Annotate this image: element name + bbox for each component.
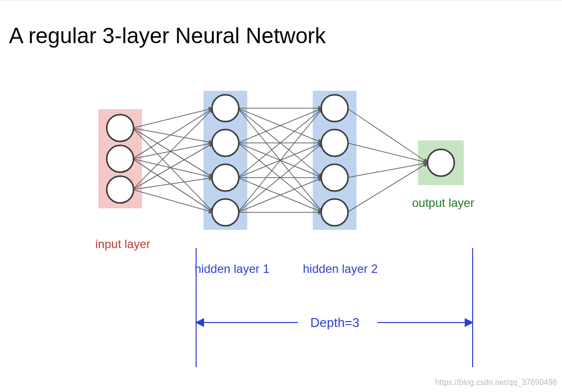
hidden2-node: [321, 164, 348, 191]
hidden2-node: [321, 95, 348, 122]
input-node: [107, 176, 134, 203]
svg-line-10: [133, 178, 213, 190]
input-layer-label: input layer: [95, 237, 150, 251]
output-nodes: [427, 149, 454, 176]
input-node: [107, 145, 134, 172]
hidden1-node: [212, 130, 239, 156]
watermark: https://blog.csdn.net/qq_37690498: [435, 378, 557, 387]
output-layer-label: output layer: [412, 196, 474, 210]
hidden1-node: [212, 95, 239, 122]
svg-line-11: [133, 190, 213, 212]
input-nodes: [107, 115, 134, 203]
svg-line-29: [347, 143, 428, 163]
svg-line-9: [133, 143, 213, 190]
svg-line-7: [133, 159, 213, 212]
depth-label: Depth=3: [310, 315, 359, 330]
svg-line-28: [347, 108, 428, 163]
input-node: [107, 115, 134, 141]
hidden2-node: [321, 130, 348, 156]
edges-input-hidden1: [133, 108, 213, 212]
hidden1-node: [212, 199, 239, 226]
edges-hidden1-hidden2: [238, 108, 323, 212]
hidden1-layer-label: hidden layer 1: [195, 262, 270, 276]
hidden1-node: [212, 164, 239, 191]
svg-line-0: [133, 108, 213, 128]
svg-line-8: [133, 108, 213, 190]
hidden2-layer-label: hidden layer 2: [303, 262, 378, 276]
hidden2-node: [321, 199, 348, 226]
output-node: [427, 149, 454, 176]
neural-network-diagram: [0, 0, 562, 392]
svg-line-6: [133, 159, 213, 178]
